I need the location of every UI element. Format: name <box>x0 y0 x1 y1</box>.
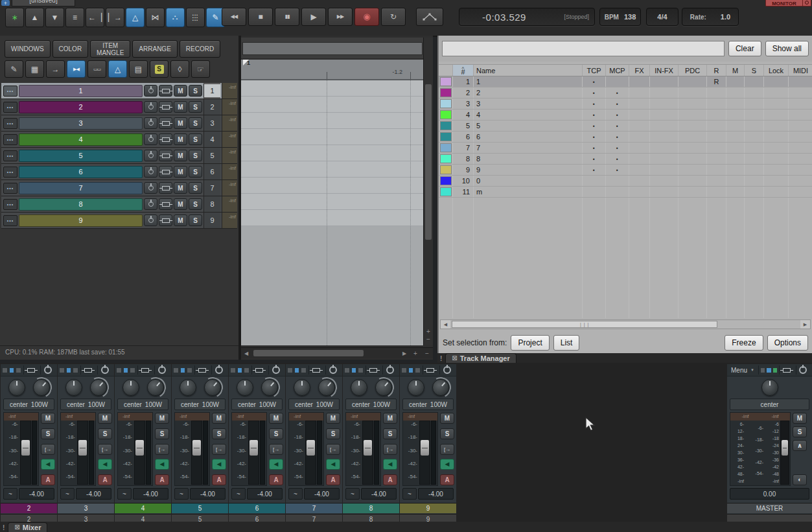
playrate-display[interactable]: Rate: 1.0 <box>682 8 739 26</box>
cell-fx[interactable] <box>629 110 650 120</box>
layout-indicator[interactable] <box>402 368 406 373</box>
solo-button[interactable]: S <box>189 166 202 178</box>
cell-tcp[interactable]: ▪ <box>583 98 606 109</box>
column-header-midi[interactable]: MIDI <box>789 65 812 76</box>
track-options-button[interactable]: ••• <box>3 134 17 145</box>
trim-items-button[interactable]: ▶◀ <box>67 60 86 78</box>
docker-button[interactable]: ▤ <box>129 60 148 78</box>
cell-mute[interactable] <box>726 176 745 186</box>
layout-indicator[interactable] <box>345 368 349 373</box>
track-number[interactable]: 5 <box>203 148 220 163</box>
cell-lock[interactable] <box>764 87 789 98</box>
cell-name[interactable]: 7 <box>474 143 583 153</box>
cell-tcp[interactable]: ▪ <box>583 76 606 87</box>
track-row[interactable]: 11 m <box>439 187 812 198</box>
track-panel-row[interactable]: ••• 8 M S 8 -inf <box>1 196 237 213</box>
track-number[interactable]: 6 <box>203 164 220 179</box>
record-arm-button[interactable]: A <box>326 474 340 485</box>
cell-name[interactable]: 0 <box>474 176 583 186</box>
cell-infx[interactable] <box>650 143 679 153</box>
volume-readout[interactable]: -inf <box>222 99 237 115</box>
track-panel-row[interactable]: ••• 1 M S 1 -inf <box>1 83 237 99</box>
solo-button[interactable]: S <box>189 182 202 194</box>
volume-fader[interactable] <box>134 421 145 485</box>
monitor-button[interactable]: ◀ <box>440 459 454 470</box>
track-name-label[interactable]: 7 <box>286 503 342 513</box>
cell-midi[interactable] <box>789 176 812 186</box>
track-power-button[interactable] <box>144 85 157 97</box>
layout-indicator[interactable] <box>244 368 249 373</box>
track-power-button[interactable] <box>144 166 157 178</box>
track-panel-row[interactable]: ••• 3 M S 3 -inf <box>1 115 237 132</box>
track-options-button[interactable]: ••• <box>3 102 17 113</box>
layout-indicator[interactable] <box>231 368 235 373</box>
layout-indicator[interactable] <box>288 368 292 373</box>
cell-mcp[interactable]: ▪ <box>606 165 629 175</box>
cell-solo[interactable] <box>745 132 764 142</box>
column-header-name[interactable]: Name <box>474 65 583 76</box>
layout-indicator-active[interactable] <box>767 368 771 373</box>
track-fx-button[interactable] <box>159 214 172 226</box>
column-header-number[interactable]: ^# <box>453 65 474 76</box>
cell-pdc[interactable] <box>679 121 707 131</box>
layout-indicator[interactable] <box>73 368 78 373</box>
eraser-button[interactable]: ◊ <box>170 60 189 78</box>
track-number[interactable]: 3 <box>203 115 220 131</box>
cell-mcp[interactable]: ▪ <box>606 121 629 131</box>
docker-menu-button[interactable]: ! <box>3 524 5 531</box>
volume-fader[interactable] <box>77 421 88 485</box>
track-color-swatch[interactable] <box>440 132 452 141</box>
mute-button[interactable]: M <box>98 413 112 424</box>
play-button[interactable]: ▶ <box>301 8 326 26</box>
track-options-button[interactable]: ••• <box>3 118 17 129</box>
fx-button[interactable] <box>365 365 380 375</box>
routing-button[interactable]: [→ <box>98 444 112 455</box>
pan-display[interactable]: center <box>730 399 809 410</box>
monitor-button[interactable]: ◀ <box>98 459 112 470</box>
fader-handle[interactable] <box>421 440 429 456</box>
power-button[interactable] <box>796 365 810 375</box>
cell-solo[interactable] <box>745 154 764 164</box>
cell-solo[interactable] <box>745 98 764 109</box>
list-button[interactable]: List <box>553 335 580 351</box>
cell-infx[interactable] <box>650 76 679 87</box>
crossfade-button[interactable]: ⋈ <box>146 8 165 27</box>
mute-button[interactable]: M <box>174 150 187 161</box>
volume-readout[interactable]: -inf <box>222 180 237 196</box>
solo-button[interactable]: S <box>440 428 454 439</box>
cell-lock[interactable] <box>764 165 789 175</box>
mute-button[interactable]: M <box>174 214 187 226</box>
fader-handle[interactable] <box>782 440 788 456</box>
cell-lock[interactable] <box>764 98 789 109</box>
track-panel-row[interactable]: ••• 4 M S 4 -inf <box>1 132 237 148</box>
project-button[interactable]: Project <box>511 335 549 351</box>
cell-infx[interactable] <box>650 87 679 98</box>
record-arm-button[interactable]: A <box>440 474 454 485</box>
solo-button[interactable]: S <box>326 428 340 439</box>
cell-lock[interactable] <box>764 143 789 153</box>
layout-indicator[interactable] <box>761 368 765 373</box>
pan-width-display[interactable]: center 100W <box>402 399 454 410</box>
fader-handle[interactable] <box>21 440 30 456</box>
layout-indicator[interactable] <box>117 368 121 373</box>
monitor-button[interactable]: ◀ <box>41 459 55 470</box>
scrollbar-handle[interactable]: | | | <box>452 321 717 328</box>
fader-handle[interactable] <box>192 440 201 456</box>
track-color-swatch[interactable] <box>440 88 452 97</box>
cell-fx[interactable] <box>629 187 650 197</box>
fx-button[interactable] <box>194 365 209 375</box>
cell-solo[interactable] <box>745 110 764 120</box>
pan-width-display[interactable]: center 100W <box>288 399 340 410</box>
pan-width-display[interactable]: center 100W <box>60 399 111 410</box>
track-row[interactable]: 5 5 ▪ ▪ <box>439 121 812 132</box>
cell-midi[interactable] <box>789 121 812 131</box>
envelope-mode-button[interactable] <box>416 8 443 26</box>
track-name[interactable]: 8 <box>19 198 143 211</box>
menu-button[interactable]: COLOR <box>52 40 89 58</box>
cell-record-arm[interactable] <box>707 187 726 197</box>
mute-button[interactable]: M <box>41 413 55 424</box>
horizontal-scrollbar-handle[interactable] <box>253 350 364 356</box>
stop-button[interactable]: ■ <box>248 8 273 26</box>
solo-button[interactable]: S <box>269 428 283 439</box>
track-number[interactable]: 9 <box>203 213 220 228</box>
